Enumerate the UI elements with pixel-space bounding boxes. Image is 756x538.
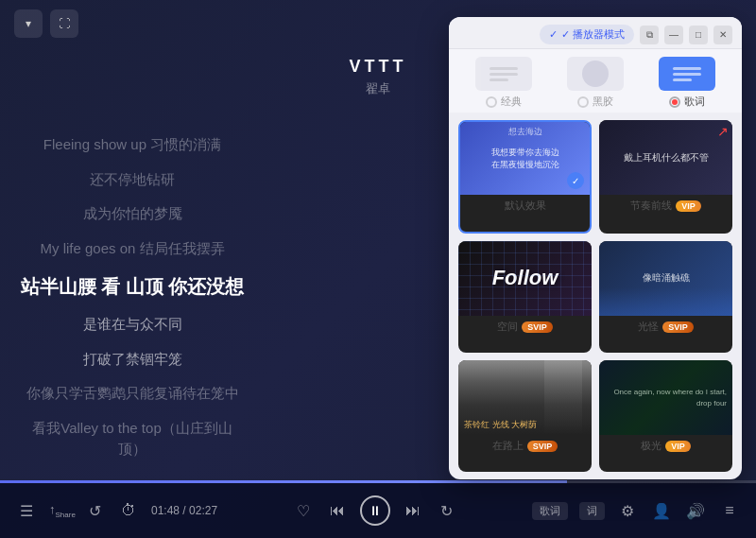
rhythm-vip-badge: VIP — [676, 200, 701, 212]
aurora-vip-badge: VIP — [665, 441, 691, 452]
road-bg: 茶铃红 光线 大树荫 — [458, 360, 592, 435]
lyrics-tag[interactable]: 歌词 — [532, 502, 568, 520]
skip-back-icon[interactable]: ⏮ — [326, 502, 349, 519]
grid-item-road-label: 在路上 SVIP — [458, 435, 592, 455]
ghost-text: 像暗涌触礁 — [643, 271, 690, 285]
road-svip-badge: SVIP — [527, 441, 558, 452]
equalizer-icon[interactable]: ≡ — [718, 502, 741, 519]
tab-lyrics-radio — [669, 96, 680, 108]
bottom-bar: ☰ ↑Share ↺ ⏱ 01:48 / 02:27 ♡ ⏮ ⏸ ⏭ ↻ 歌词 … — [0, 483, 756, 538]
lyric-line[interactable]: 看我Valley to the top（山庄到山顶） — [19, 418, 246, 460]
minimize-button[interactable]: — — [664, 26, 683, 44]
lyric-line[interactable]: 你像只学舌鹦鹉只能复诵待在笼中 — [26, 383, 239, 405]
space-svip-badge: SVIP — [522, 321, 553, 333]
grid-item-aurora[interactable]: Once again, now where do I start, drop f… — [599, 360, 732, 472]
tab-classic-icon-box — [475, 57, 532, 91]
grid-item-space[interactable]: Follow 空间 SVIP — [458, 241, 592, 353]
words-tag[interactable]: 词 — [579, 502, 605, 520]
grid-item-rhythm-label: 节奏前线 VIP — [599, 195, 732, 215]
tab-lyrics-label: 歌词 — [684, 95, 705, 109]
lyric-line[interactable]: My life goes on 结局任我摆弄 — [40, 238, 224, 260]
ghost-waves — [599, 287, 732, 316]
grid-item-ghost[interactable]: 像暗涌触礁 光怪 SVIP — [599, 241, 732, 353]
settings-icon[interactable]: ⚙ — [616, 502, 639, 520]
aurora-bg: Once again, now where do I start, drop f… — [599, 360, 732, 435]
person-icon[interactable]: 👤 — [650, 502, 673, 520]
pause-button[interactable]: ⏸ — [360, 495, 390, 526]
popup-tabs: 经典 黑胶 — [449, 49, 742, 113]
lyrics-area: Fleeing show up 习惯的消满 还不停地钻研 成为你怕的梦魇 My … — [0, 113, 265, 481]
road-text: 茶铃红 光线 大树荫 — [464, 419, 537, 431]
rotate-icon[interactable]: ↺ — [83, 502, 106, 520]
lyric-line[interactable]: 还不停地钻研 — [90, 169, 175, 191]
grid-item-default-label: 默认效果 — [460, 195, 590, 215]
pip-button[interactable]: ⧉ — [640, 26, 659, 44]
timer-icon[interactable]: ⏱ — [117, 502, 140, 519]
tab-vinyl[interactable]: 黑胶 — [567, 57, 624, 109]
lyric-style-grid: 想去海边 我想要带你去海边在黑夜慢慢地沉沦 ✓ 默认效果 ↗ 戴上耳机什 — [449, 113, 742, 479]
volume-icon[interactable]: 🔊 — [684, 502, 707, 520]
tab-classic-radio — [486, 96, 497, 108]
selected-check-badge: ✓ — [567, 172, 584, 189]
grid-item-aurora-label: 极光 VIP — [599, 435, 732, 455]
lyric-line[interactable]: 打破了禁锢牢笼 — [83, 349, 182, 371]
tab-classic-label: 经典 — [501, 95, 522, 109]
lyric-line[interactable]: 是谁在与众不同 — [83, 314, 182, 336]
repeat-icon[interactable]: ↻ — [436, 502, 458, 520]
skip-forward-icon[interactable]: ⏭ — [402, 502, 424, 519]
rhythm-text: 戴上耳机什么都不管 — [624, 151, 709, 165]
grid-item-road[interactable]: 茶铃红 光线 大树荫 在路上 SVIP — [458, 360, 592, 472]
close-button[interactable]: ✕ — [713, 26, 732, 44]
tab-lines-icon — [490, 67, 518, 81]
expand-button[interactable]: ⛶ — [50, 9, 78, 38]
heart-icon[interactable]: ♡ — [292, 502, 315, 520]
tab-vinyl-radio — [577, 96, 589, 108]
lyric-line[interactable]: Fleeing show up 习惯的消满 — [43, 134, 221, 156]
tab-lyrics-icon-box — [659, 57, 715, 91]
maximize-button[interactable]: □ — [689, 26, 708, 44]
tab-vinyl-icon-box — [567, 57, 624, 91]
grid-item-rhythm[interactable]: ↗ 戴上耳机什么都不管 节奏前线 VIP — [599, 120, 732, 234]
space-grid-bg — [458, 241, 592, 316]
time-display: 01:48 / 02:27 — [151, 504, 217, 517]
grid-item-space-label: 空间 SVIP — [458, 316, 592, 336]
default-card-top-label: 想去海边 — [460, 126, 590, 138]
grid-item-ghost-label: 光怪 SVIP — [599, 316, 732, 336]
popup-panel: ✓ ✓ 播放器模式 ⧉ — □ ✕ 经典 — [449, 17, 742, 479]
popup-topbar: ✓ ✓ 播放器模式 ⧉ — □ ✕ — [449, 17, 742, 49]
grid-item-default[interactable]: 想去海边 我想要带你去海边在黑夜慢慢地沉沦 ✓ 默认效果 — [458, 120, 592, 234]
rhythm-arrow-badge: ↗ — [717, 124, 729, 139]
playlist-icon[interactable]: ☰ — [15, 502, 38, 520]
aurora-text: Once again, now where do I start, drop f… — [605, 387, 727, 408]
collapse-button[interactable]: ▾ — [14, 9, 43, 38]
lyric-line-active[interactable]: 站半山腰 看 山顶 你还没想 — [21, 272, 245, 301]
tab-vinyl-label: 黑胶 — [593, 95, 613, 109]
default-card-lyric: 我想要带你去海边在黑夜慢慢地沉沦 — [491, 147, 559, 170]
player-mode-button[interactable]: ✓ ✓ 播放器模式 — [540, 25, 634, 44]
tab-classic[interactable]: 经典 — [475, 57, 532, 109]
tab-lyrics[interactable]: 歌词 — [659, 57, 715, 109]
player-area: ▾ ⛶ VTTT 翟卓 Fleeing show up 习惯的消满 还不停地钻研… — [0, 0, 756, 538]
ghost-svip-badge: SVIP — [662, 321, 694, 333]
tab-lyrics-lines-icon — [673, 67, 701, 81]
share-icon[interactable]: ↑Share — [49, 502, 72, 519]
lyric-line[interactable]: 成为你怕的梦魇 — [83, 203, 182, 225]
tab-avatar-icon — [582, 61, 609, 87]
